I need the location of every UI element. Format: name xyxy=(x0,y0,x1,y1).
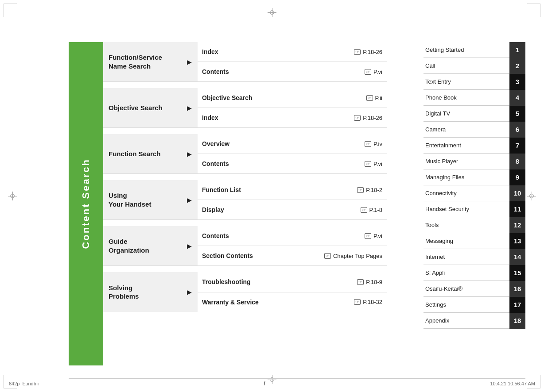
index-item-label: Handset Security xyxy=(424,206,509,212)
index-item[interactable]: Entertainment7 xyxy=(424,138,525,154)
section-arrow-function-search xyxy=(181,134,198,173)
index-item[interactable]: Text Entry3 xyxy=(424,74,525,90)
list-item[interactable]: Troubleshooting☞P.18-9 xyxy=(198,272,387,292)
item-label: Contents xyxy=(202,232,365,239)
index-item-number: 16 xyxy=(509,281,525,297)
list-item[interactable]: Contents☞P.vi xyxy=(198,154,387,173)
index-item-number: 14 xyxy=(509,249,525,265)
list-item[interactable]: Objective Search☞P.ii xyxy=(198,88,387,108)
section-arrow-guide-organization xyxy=(181,226,198,265)
index-item[interactable]: Tools12 xyxy=(424,217,525,233)
index-item-number: 5 xyxy=(509,106,525,122)
section-label-function-service: Function/Service Name Search xyxy=(103,42,181,81)
list-item[interactable]: Index☞P.18-26 xyxy=(198,42,387,62)
index-item[interactable]: Camera6 xyxy=(424,122,525,138)
footer-left: 842p_E.indb i xyxy=(9,381,39,386)
index-item[interactable]: Music Player8 xyxy=(424,154,525,169)
list-item[interactable]: Warranty & Service☞P.18-32 xyxy=(198,292,387,312)
index-item-number: 3 xyxy=(509,74,525,90)
index-item[interactable]: S! Appli15 xyxy=(424,265,525,281)
section-using-handset: Using Your HandsetFunction List☞P.18-2Di… xyxy=(103,180,387,220)
content-search-sidebar: Content Search xyxy=(69,42,103,365)
item-label: Contents xyxy=(202,160,365,167)
list-item[interactable]: Contents☞P.vi xyxy=(198,226,387,246)
index-item-number: 1 xyxy=(509,42,525,58)
item-label: Display xyxy=(202,206,361,213)
index-item-number: 8 xyxy=(509,154,525,169)
index-item-number: 15 xyxy=(509,265,525,281)
index-item-number: 10 xyxy=(509,185,525,201)
section-label-solving-problems: Solving Problems xyxy=(103,272,181,312)
section-label-guide-organization: Guide Organization xyxy=(103,226,181,265)
footer-page-number: i xyxy=(264,380,265,387)
index-item[interactable]: Phone Book4 xyxy=(424,90,525,106)
index-item-number: 6 xyxy=(509,122,525,138)
index-item-number: 4 xyxy=(509,90,525,106)
index-item-number: 18 xyxy=(509,313,525,329)
index-item-label: S! Appli xyxy=(424,269,509,276)
list-item[interactable]: Overview☞P.iv xyxy=(198,134,387,154)
section-arrow-objective-search xyxy=(181,88,198,127)
list-item[interactable]: Function List☞P.18-2 xyxy=(198,180,387,200)
footer: 842p_E.indb i i 10.4.21 10:56:47 AM xyxy=(0,380,544,387)
item-label: Function List xyxy=(202,186,357,193)
section-items-solving-problems: Troubleshooting☞P.18-9Warranty & Service… xyxy=(198,272,387,312)
index-item-label: Connectivity xyxy=(424,190,509,196)
item-reference: ☞Chapter Top Pages xyxy=(324,253,382,259)
list-item[interactable]: Display☞P.1-8 xyxy=(198,200,387,219)
index-item[interactable]: Appendix18 xyxy=(424,313,525,329)
item-reference: ☞P.1-8 xyxy=(361,207,382,213)
index-item[interactable]: Messaging13 xyxy=(424,233,525,249)
list-item[interactable]: Index☞P.18-26 xyxy=(198,108,387,127)
index-item[interactable]: Settings17 xyxy=(424,297,525,313)
index-item[interactable]: Call2 xyxy=(424,58,525,74)
section-items-function-search: Overview☞P.ivContents☞P.vi xyxy=(198,134,387,173)
item-label: Index xyxy=(202,48,354,55)
index-item[interactable]: Managing Files9 xyxy=(424,169,525,185)
footer-right: 10.4.21 10:56:47 AM xyxy=(490,381,535,386)
index-item-label: Settings xyxy=(424,301,509,308)
section-guide-organization: Guide OrganizationContents☞P.viSection C… xyxy=(103,226,387,266)
item-label: Troubleshooting xyxy=(202,278,357,285)
item-label: Index xyxy=(202,114,354,121)
section-items-function-service: Index☞P.18-26Contents☞P.vi xyxy=(198,42,387,81)
corner-mark-tl xyxy=(4,4,17,17)
index-item[interactable]: Connectivity10 xyxy=(424,185,525,201)
index-item-number: 11 xyxy=(509,201,525,217)
index-item-label: Tools xyxy=(424,222,509,228)
item-reference: ☞P.18-26 xyxy=(354,115,382,121)
item-reference: ☞P.18-2 xyxy=(357,187,382,193)
section-label-function-search: Function Search xyxy=(103,134,181,173)
index-item-number: 2 xyxy=(509,58,525,74)
section-items-guide-organization: Contents☞P.viSection Contents☞Chapter To… xyxy=(198,226,387,265)
sidebar-label: Content Search xyxy=(80,158,92,249)
item-label: Overview xyxy=(202,140,365,147)
index-item[interactable]: Getting Started1 xyxy=(424,42,525,58)
index-item-label: Appendix xyxy=(424,317,509,324)
item-label: Contents xyxy=(202,68,365,75)
index-item[interactable]: Handset Security11 xyxy=(424,201,525,217)
index-item-label: Phone Book xyxy=(424,94,509,101)
section-label-using-handset: Using Your Handset xyxy=(103,180,181,219)
index-item-label: Entertainment xyxy=(424,142,509,149)
index-item-number: 13 xyxy=(509,233,525,249)
index-item-label: Camera xyxy=(424,126,509,133)
index-item-label: Messaging xyxy=(424,238,509,244)
index-item[interactable]: Digital TV5 xyxy=(424,106,525,122)
item-reference: ☞P.vi xyxy=(365,233,382,239)
index-item-number: 12 xyxy=(509,217,525,233)
index-item-number: 7 xyxy=(509,138,525,154)
list-item[interactable]: Section Contents☞Chapter Top Pages xyxy=(198,246,387,265)
index-item[interactable]: Internet14 xyxy=(424,249,525,265)
crosshair-top xyxy=(268,8,276,17)
item-reference: ☞P.iv xyxy=(365,141,382,147)
index-item-label: Internet xyxy=(424,254,509,260)
index-item[interactable]: Osaifu-Keitai®16 xyxy=(424,281,525,297)
section-label-objective-search: Objective Search xyxy=(103,88,181,127)
section-function-service: Function/Service Name SearchIndex☞P.18-2… xyxy=(103,42,387,82)
item-reference: ☞P.vi xyxy=(365,69,382,75)
item-reference: ☞P.vi xyxy=(365,161,382,167)
index-item-number: 9 xyxy=(509,169,525,185)
list-item[interactable]: Contents☞P.vi xyxy=(198,62,387,81)
crosshair-left xyxy=(8,192,17,200)
